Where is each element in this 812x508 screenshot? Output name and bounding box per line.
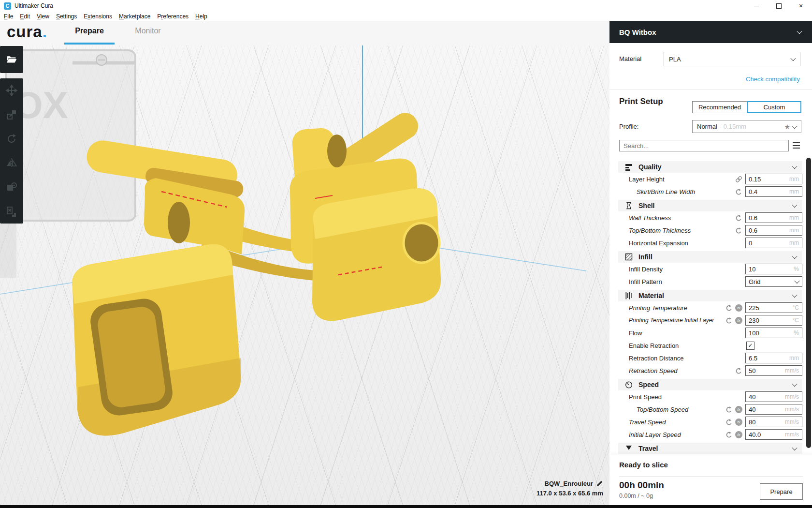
open-file-button[interactable]: [0, 46, 23, 73]
close-icon: ✕: [798, 3, 803, 9]
setting-row: Retraction Distance 6.5mm: [618, 352, 802, 364]
menu-preferences[interactable]: Preferences: [157, 13, 188, 20]
section-header-speed[interactable]: Speed: [618, 379, 802, 390]
revert-icon[interactable]: [725, 317, 733, 324]
chevron-down-icon: [792, 164, 797, 169]
menu-view[interactable]: View: [37, 13, 49, 20]
profile-dropdown[interactable]: Normal - 0.15mm ★: [692, 120, 801, 133]
revert-icon[interactable]: [725, 431, 733, 438]
section-header-quality[interactable]: Quality: [618, 161, 802, 173]
enable-retraction-checkbox[interactable]: ✓: [746, 342, 754, 350]
recommended-mode-button[interactable]: Recommended: [692, 101, 747, 113]
setting-value-field[interactable]: 10%: [745, 264, 802, 274]
model-dimensions-label: 117.0 x 53.6 x 65.6 mm: [536, 490, 603, 497]
setting-value-field[interactable]: 0mm: [745, 238, 802, 248]
printer-selector[interactable]: BQ Witbox: [609, 21, 812, 43]
rotate-tool-button[interactable]: [0, 127, 23, 151]
setting-value-field[interactable]: 50mm/s: [745, 365, 802, 376]
revert-icon[interactable]: [725, 418, 733, 426]
fx-function-icon[interactable]: fx: [735, 418, 742, 426]
chevron-down-icon: [792, 202, 797, 208]
setting-value-field[interactable]: 6.5mm: [745, 353, 802, 363]
section-header-material[interactable]: Material: [618, 290, 802, 301]
chevron-down-icon: [797, 29, 802, 34]
revert-icon[interactable]: [725, 304, 733, 312]
edit-pencil-icon[interactable]: [596, 480, 603, 487]
shell-icon: [625, 202, 633, 209]
per-model-settings-icon: [6, 181, 17, 193]
scale-tool-button[interactable]: [0, 103, 23, 127]
mirror-tool-button[interactable]: [0, 151, 23, 175]
section-header-infill[interactable]: Infill: [618, 251, 802, 263]
setting-value-field[interactable]: 40mm/s: [745, 404, 802, 415]
setting-value-field[interactable]: 40mm/s: [745, 391, 802, 402]
scale-icon: [6, 109, 17, 120]
infill-pattern-dropdown[interactable]: Grid: [745, 276, 802, 287]
setting-value-field[interactable]: 100%: [745, 328, 802, 338]
setting-row: Printing Temperature Initial Layer fx 23…: [618, 314, 802, 327]
menu-edit[interactable]: Edit: [20, 13, 30, 20]
chevron-down-icon: [792, 381, 797, 387]
setting-row: Horizontal Expansion 0mm: [618, 237, 802, 249]
setting-row: Layer Height 0.15mm: [618, 173, 802, 185]
menu-marketplace[interactable]: Marketplace: [119, 13, 150, 20]
revert-icon[interactable]: [725, 406, 733, 413]
revert-icon[interactable]: [735, 188, 742, 195]
custom-mode-button[interactable]: Custom: [747, 101, 801, 113]
title-bar: C Ultimaker Cura ✕: [0, 0, 812, 12]
revert-icon[interactable]: [735, 214, 742, 222]
settings-search-input[interactable]: [619, 140, 789, 151]
close-button[interactable]: ✕: [790, 0, 812, 12]
revert-icon[interactable]: [735, 367, 742, 374]
check-compatibility-link[interactable]: Check compatibility: [746, 75, 800, 83]
setting-value-field[interactable]: 80mm/s: [745, 417, 802, 427]
menu-help[interactable]: Help: [195, 13, 207, 20]
per-model-settings-tool-button[interactable]: [0, 175, 23, 199]
fx-function-icon[interactable]: fx: [735, 304, 742, 312]
model-left-oval-hole: [168, 202, 190, 243]
setting-value-field[interactable]: 230°C: [745, 315, 802, 326]
maximize-button[interactable]: [768, 0, 790, 12]
tab-monitor[interactable]: Monitor: [130, 27, 165, 35]
setting-value-field[interactable]: 0.15mm: [745, 174, 802, 184]
prepare-button[interactable]: Prepare: [760, 483, 803, 500]
setting-row: Wall Thickness 0.6mm: [618, 211, 802, 224]
support-blocker-tool-button[interactable]: [0, 199, 23, 224]
menu-extensions[interactable]: Extensions: [84, 13, 112, 20]
setting-value-field[interactable]: 0.6mm: [745, 212, 802, 223]
setting-value-field[interactable]: 225°C: [745, 302, 802, 313]
setting-value-field[interactable]: 0.6mm: [745, 225, 802, 236]
model-3d[interactable]: [0, 45, 609, 505]
material-label: Material: [619, 52, 663, 66]
setting-value-field[interactable]: 0.4mm: [745, 186, 802, 197]
minimize-button[interactable]: [745, 0, 768, 12]
material-dropdown[interactable]: PLA: [664, 52, 800, 66]
menu-settings[interactable]: Settings: [56, 13, 77, 20]
setting-row: Infill Pattern Grid: [618, 275, 802, 288]
setting-value-field[interactable]: 40.0mm/s: [745, 429, 802, 440]
move-icon: [6, 85, 17, 96]
setting-row: Top/Bottom Speed fx 40mm/s: [618, 403, 802, 416]
fx-function-icon[interactable]: fx: [735, 317, 742, 324]
tab-prepare[interactable]: Prepare: [64, 27, 115, 35]
mirror-icon: [6, 157, 17, 169]
section-header-travel[interactable]: Travel: [618, 443, 802, 454]
maximize-icon: [776, 3, 782, 9]
revert-icon[interactable]: [735, 227, 742, 234]
setting-row: Print Speed 40mm/s: [618, 390, 802, 403]
settings-menu-icon[interactable]: [793, 142, 800, 149]
settings-scrollbar[interactable]: [806, 158, 811, 448]
move-tool-button[interactable]: [0, 78, 23, 103]
link-icon[interactable]: [735, 176, 742, 183]
fx-function-icon[interactable]: fx: [735, 406, 742, 413]
settings-list: Quality Layer Height 0.15mm Skirt/Brim L…: [618, 158, 802, 472]
setting-label: Printing Temperature: [618, 304, 687, 312]
profile-value: Normal: [697, 123, 717, 130]
fx-function-icon[interactable]: fx: [735, 431, 742, 438]
setting-row: Printing Temperature fx 225°C: [618, 301, 802, 314]
section-header-shell[interactable]: Shell: [618, 200, 802, 211]
setting-label: Infill Density: [618, 266, 663, 273]
menu-file[interactable]: File: [4, 13, 13, 20]
viewport-3d[interactable]: OX BQW_E: [0, 45, 609, 505]
model-name-label: BQW_Enrouleur: [545, 480, 593, 487]
